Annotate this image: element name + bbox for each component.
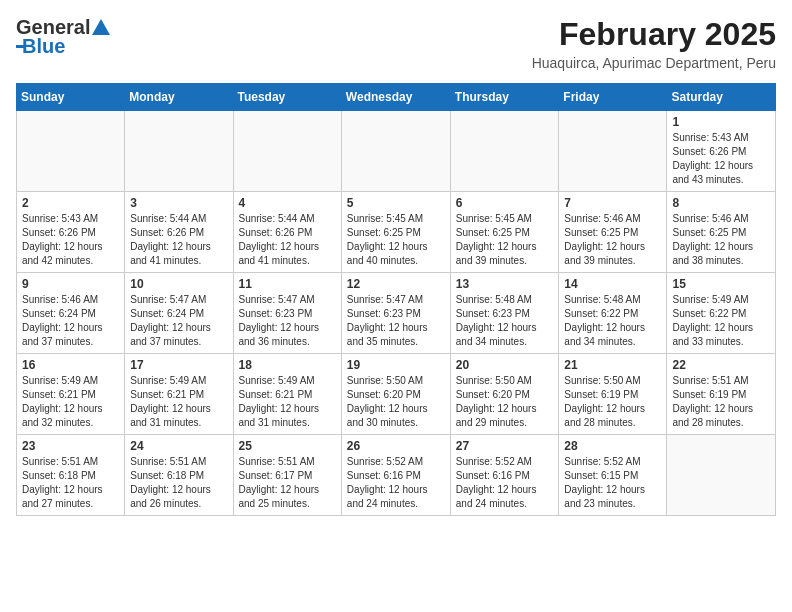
title-block: February 2025 Huaquirca, Apurimac Depart… (532, 16, 776, 71)
calendar-cell: 16Sunrise: 5:49 AM Sunset: 6:21 PM Dayli… (17, 354, 125, 435)
calendar-cell: 10Sunrise: 5:47 AM Sunset: 6:24 PM Dayli… (125, 273, 233, 354)
calendar-cell: 13Sunrise: 5:48 AM Sunset: 6:23 PM Dayli… (450, 273, 559, 354)
page-header: General Blue February 2025 Huaquirca, Ap… (16, 16, 776, 71)
calendar-table: SundayMondayTuesdayWednesdayThursdayFrid… (16, 83, 776, 516)
day-info: Sunrise: 5:49 AM Sunset: 6:21 PM Dayligh… (130, 374, 227, 430)
calendar-cell: 14Sunrise: 5:48 AM Sunset: 6:22 PM Dayli… (559, 273, 667, 354)
day-number: 15 (672, 277, 770, 291)
day-info: Sunrise: 5:51 AM Sunset: 6:18 PM Dayligh… (130, 455, 227, 511)
day-number: 8 (672, 196, 770, 210)
calendar-cell: 4Sunrise: 5:44 AM Sunset: 6:26 PM Daylig… (233, 192, 341, 273)
day-info: Sunrise: 5:51 AM Sunset: 6:17 PM Dayligh… (239, 455, 336, 511)
logo-blue: Blue (22, 35, 65, 58)
calendar-cell: 5Sunrise: 5:45 AM Sunset: 6:25 PM Daylig… (341, 192, 450, 273)
day-number: 28 (564, 439, 661, 453)
day-number: 16 (22, 358, 119, 372)
calendar-cell: 12Sunrise: 5:47 AM Sunset: 6:23 PM Dayli… (341, 273, 450, 354)
calendar-cell: 27Sunrise: 5:52 AM Sunset: 6:16 PM Dayli… (450, 435, 559, 516)
svg-marker-0 (92, 19, 110, 35)
day-info: Sunrise: 5:47 AM Sunset: 6:23 PM Dayligh… (347, 293, 445, 349)
day-info: Sunrise: 5:49 AM Sunset: 6:21 PM Dayligh… (22, 374, 119, 430)
day-info: Sunrise: 5:49 AM Sunset: 6:21 PM Dayligh… (239, 374, 336, 430)
logo: General Blue (16, 16, 112, 58)
day-info: Sunrise: 5:48 AM Sunset: 6:22 PM Dayligh… (564, 293, 661, 349)
calendar-cell (450, 111, 559, 192)
day-number: 22 (672, 358, 770, 372)
day-info: Sunrise: 5:46 AM Sunset: 6:25 PM Dayligh… (564, 212, 661, 268)
day-number: 9 (22, 277, 119, 291)
day-info: Sunrise: 5:50 AM Sunset: 6:20 PM Dayligh… (347, 374, 445, 430)
day-number: 7 (564, 196, 661, 210)
day-info: Sunrise: 5:48 AM Sunset: 6:23 PM Dayligh… (456, 293, 554, 349)
calendar-cell: 15Sunrise: 5:49 AM Sunset: 6:22 PM Dayli… (667, 273, 776, 354)
calendar-cell: 18Sunrise: 5:49 AM Sunset: 6:21 PM Dayli… (233, 354, 341, 435)
day-number: 21 (564, 358, 661, 372)
weekday-header-row: SundayMondayTuesdayWednesdayThursdayFrid… (17, 84, 776, 111)
weekday-header-thursday: Thursday (450, 84, 559, 111)
day-info: Sunrise: 5:44 AM Sunset: 6:26 PM Dayligh… (130, 212, 227, 268)
weekday-header-saturday: Saturday (667, 84, 776, 111)
day-info: Sunrise: 5:52 AM Sunset: 6:16 PM Dayligh… (347, 455, 445, 511)
calendar-cell: 22Sunrise: 5:51 AM Sunset: 6:19 PM Dayli… (667, 354, 776, 435)
day-number: 11 (239, 277, 336, 291)
calendar-cell: 6Sunrise: 5:45 AM Sunset: 6:25 PM Daylig… (450, 192, 559, 273)
day-number: 27 (456, 439, 554, 453)
calendar-cell (17, 111, 125, 192)
day-info: Sunrise: 5:51 AM Sunset: 6:18 PM Dayligh… (22, 455, 119, 511)
day-info: Sunrise: 5:43 AM Sunset: 6:26 PM Dayligh… (22, 212, 119, 268)
calendar-cell: 26Sunrise: 5:52 AM Sunset: 6:16 PM Dayli… (341, 435, 450, 516)
day-number: 26 (347, 439, 445, 453)
day-info: Sunrise: 5:52 AM Sunset: 6:15 PM Dayligh… (564, 455, 661, 511)
day-info: Sunrise: 5:46 AM Sunset: 6:24 PM Dayligh… (22, 293, 119, 349)
weekday-header-tuesday: Tuesday (233, 84, 341, 111)
calendar-week-3: 9Sunrise: 5:46 AM Sunset: 6:24 PM Daylig… (17, 273, 776, 354)
day-info: Sunrise: 5:50 AM Sunset: 6:19 PM Dayligh… (564, 374, 661, 430)
day-info: Sunrise: 5:46 AM Sunset: 6:25 PM Dayligh… (672, 212, 770, 268)
day-number: 1 (672, 115, 770, 129)
day-number: 5 (347, 196, 445, 210)
calendar-cell: 24Sunrise: 5:51 AM Sunset: 6:18 PM Dayli… (125, 435, 233, 516)
day-info: Sunrise: 5:47 AM Sunset: 6:24 PM Dayligh… (130, 293, 227, 349)
day-info: Sunrise: 5:45 AM Sunset: 6:25 PM Dayligh… (347, 212, 445, 268)
location-subtitle: Huaquirca, Apurimac Department, Peru (532, 55, 776, 71)
calendar-cell: 9Sunrise: 5:46 AM Sunset: 6:24 PM Daylig… (17, 273, 125, 354)
calendar-cell: 2Sunrise: 5:43 AM Sunset: 6:26 PM Daylig… (17, 192, 125, 273)
day-number: 12 (347, 277, 445, 291)
calendar-cell: 23Sunrise: 5:51 AM Sunset: 6:18 PM Dayli… (17, 435, 125, 516)
day-number: 3 (130, 196, 227, 210)
calendar-cell (233, 111, 341, 192)
calendar-cell: 25Sunrise: 5:51 AM Sunset: 6:17 PM Dayli… (233, 435, 341, 516)
calendar-week-4: 16Sunrise: 5:49 AM Sunset: 6:21 PM Dayli… (17, 354, 776, 435)
calendar-cell: 8Sunrise: 5:46 AM Sunset: 6:25 PM Daylig… (667, 192, 776, 273)
day-number: 17 (130, 358, 227, 372)
calendar-cell: 7Sunrise: 5:46 AM Sunset: 6:25 PM Daylig… (559, 192, 667, 273)
day-number: 2 (22, 196, 119, 210)
day-number: 24 (130, 439, 227, 453)
calendar-week-1: 1Sunrise: 5:43 AM Sunset: 6:26 PM Daylig… (17, 111, 776, 192)
day-number: 14 (564, 277, 661, 291)
calendar-week-5: 23Sunrise: 5:51 AM Sunset: 6:18 PM Dayli… (17, 435, 776, 516)
calendar-week-2: 2Sunrise: 5:43 AM Sunset: 6:26 PM Daylig… (17, 192, 776, 273)
day-info: Sunrise: 5:51 AM Sunset: 6:19 PM Dayligh… (672, 374, 770, 430)
day-number: 23 (22, 439, 119, 453)
calendar-cell: 28Sunrise: 5:52 AM Sunset: 6:15 PM Dayli… (559, 435, 667, 516)
day-number: 25 (239, 439, 336, 453)
day-info: Sunrise: 5:52 AM Sunset: 6:16 PM Dayligh… (456, 455, 554, 511)
day-info: Sunrise: 5:50 AM Sunset: 6:20 PM Dayligh… (456, 374, 554, 430)
day-number: 13 (456, 277, 554, 291)
calendar-cell: 1Sunrise: 5:43 AM Sunset: 6:26 PM Daylig… (667, 111, 776, 192)
calendar-cell (559, 111, 667, 192)
calendar-cell: 20Sunrise: 5:50 AM Sunset: 6:20 PM Dayli… (450, 354, 559, 435)
month-title: February 2025 (532, 16, 776, 53)
calendar-cell: 17Sunrise: 5:49 AM Sunset: 6:21 PM Dayli… (125, 354, 233, 435)
day-info: Sunrise: 5:43 AM Sunset: 6:26 PM Dayligh… (672, 131, 770, 187)
day-info: Sunrise: 5:44 AM Sunset: 6:26 PM Dayligh… (239, 212, 336, 268)
calendar-cell: 3Sunrise: 5:44 AM Sunset: 6:26 PM Daylig… (125, 192, 233, 273)
weekday-header-sunday: Sunday (17, 84, 125, 111)
day-number: 6 (456, 196, 554, 210)
day-number: 19 (347, 358, 445, 372)
day-info: Sunrise: 5:47 AM Sunset: 6:23 PM Dayligh… (239, 293, 336, 349)
calendar-cell: 11Sunrise: 5:47 AM Sunset: 6:23 PM Dayli… (233, 273, 341, 354)
weekday-header-monday: Monday (125, 84, 233, 111)
logo-icon (90, 17, 112, 39)
